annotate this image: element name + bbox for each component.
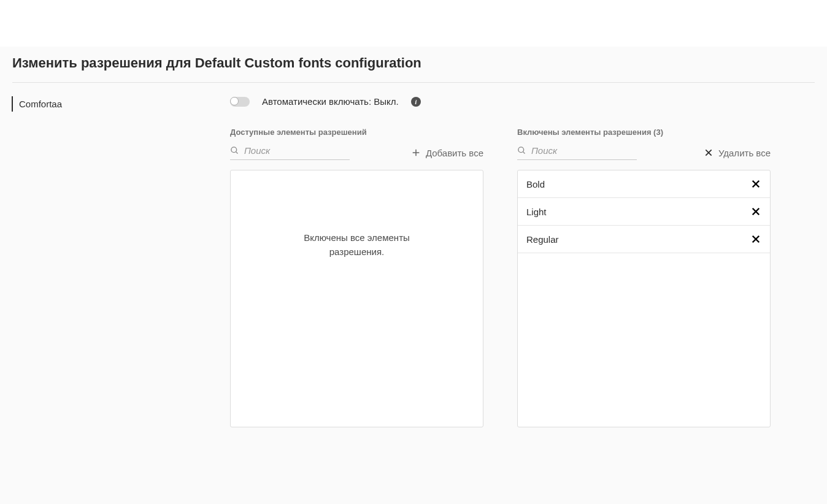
- top-spacer: [0, 0, 827, 47]
- main-layout: Comfortaa Автоматически включать: Выкл. …: [12, 96, 815, 427]
- empty-line-2: разрешения.: [329, 246, 384, 257]
- plus-icon: [411, 148, 421, 158]
- available-column: Доступные элементы разрешений: [230, 128, 483, 427]
- svg-line-1: [236, 151, 237, 153]
- available-list-box: Включены все элементы разрешения.: [230, 170, 483, 427]
- remove-item-icon[interactable]: [750, 206, 761, 217]
- remove-item-icon[interactable]: [750, 234, 761, 245]
- add-all-label: Добавить все: [426, 148, 483, 158]
- available-header: Доступные элементы разрешений: [230, 128, 483, 137]
- empty-line-1: Включены все элементы: [304, 232, 410, 243]
- sidebar-item-comfortaa[interactable]: Comfortaa: [12, 96, 230, 112]
- page-wrapper: Изменить разрешения для Default Custom f…: [0, 47, 827, 427]
- item-label: Regular: [526, 234, 559, 245]
- list-item: Bold: [518, 170, 770, 198]
- close-icon: [704, 148, 714, 158]
- enabled-column: Включены элементы разрешения (3): [517, 128, 771, 427]
- page-title: Изменить разрешения для Default Custom f…: [12, 47, 815, 83]
- remove-all-label: Удалить все: [718, 148, 771, 158]
- item-label: Bold: [526, 179, 545, 189]
- info-icon[interactable]: i: [411, 97, 421, 107]
- item-label: Light: [526, 207, 547, 217]
- enabled-list-box: Bold Light: [517, 170, 771, 427]
- enabled-search-row: Удалить все: [517, 145, 771, 160]
- add-all-button[interactable]: Добавить все: [411, 148, 483, 158]
- enabled-search-box: [517, 145, 637, 160]
- search-icon: [517, 146, 526, 155]
- remove-item-icon[interactable]: [750, 178, 761, 189]
- svg-point-0: [231, 147, 237, 153]
- list-item: Regular: [518, 226, 770, 253]
- available-empty-message: Включены все элементы разрешения.: [231, 170, 483, 259]
- toggle-knob: [230, 97, 239, 105]
- auto-enable-row: Автоматически включать: Выкл. i: [230, 96, 815, 107]
- permission-columns: Доступные элементы разрешений: [230, 128, 815, 427]
- available-search-box: [230, 145, 350, 160]
- search-icon: [230, 146, 239, 155]
- available-search-input[interactable]: [244, 145, 350, 156]
- available-search-row: Добавить все: [230, 145, 483, 160]
- enabled-search-input[interactable]: [531, 145, 637, 156]
- svg-line-5: [523, 151, 525, 153]
- enabled-header: Включены элементы разрешения (3): [517, 128, 771, 137]
- svg-point-4: [518, 147, 524, 153]
- list-item: Light: [518, 198, 770, 226]
- auto-enable-toggle[interactable]: [230, 97, 250, 107]
- remove-all-button[interactable]: Удалить все: [704, 148, 771, 158]
- content-area: Автоматически включать: Выкл. i Доступны…: [230, 96, 815, 427]
- sidebar: Comfortaa: [12, 96, 230, 427]
- auto-enable-label: Автоматически включать: Выкл.: [262, 96, 399, 107]
